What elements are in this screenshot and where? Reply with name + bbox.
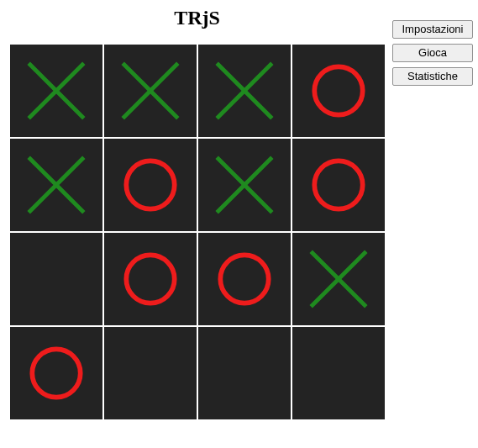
game-board xyxy=(10,45,385,419)
page-title: TRjS xyxy=(10,7,384,29)
svg-point-13 xyxy=(126,255,174,303)
x-mark-icon xyxy=(304,245,373,314)
board-cell[interactable] xyxy=(104,327,197,419)
x-mark-icon xyxy=(116,56,185,125)
x-mark-icon xyxy=(22,56,91,125)
board-cell[interactable] xyxy=(10,233,102,325)
board-cell[interactable] xyxy=(292,139,385,231)
svg-point-12 xyxy=(314,161,362,208)
x-mark-icon xyxy=(210,150,279,219)
sidebar: Impostazioni Gioca Statistiche xyxy=(392,20,473,86)
board-cell[interactable] xyxy=(10,139,102,231)
o-mark-icon xyxy=(304,56,373,125)
o-mark-icon xyxy=(304,150,373,219)
x-mark-icon xyxy=(210,56,279,125)
svg-point-9 xyxy=(126,161,174,208)
stats-button[interactable]: Statistiche xyxy=(392,67,473,86)
board-cell[interactable] xyxy=(198,45,291,137)
board-cell[interactable] xyxy=(104,233,197,325)
board-cell[interactable] xyxy=(104,139,197,231)
play-button[interactable]: Gioca xyxy=(392,44,473,62)
board-cell[interactable] xyxy=(10,45,102,137)
o-mark-icon xyxy=(116,245,185,314)
x-mark-icon xyxy=(22,150,91,219)
board-cell[interactable] xyxy=(198,327,291,419)
board-cell[interactable] xyxy=(198,139,291,231)
svg-point-6 xyxy=(314,66,362,114)
settings-button[interactable]: Impostazioni xyxy=(392,20,473,39)
board-cell[interactable] xyxy=(104,45,197,137)
board-cell[interactable] xyxy=(292,233,385,325)
svg-point-17 xyxy=(32,349,80,397)
board-cell[interactable] xyxy=(10,327,102,419)
board-cell[interactable] xyxy=(292,45,385,137)
board-cell[interactable] xyxy=(198,233,291,325)
o-mark-icon xyxy=(210,245,279,314)
svg-point-14 xyxy=(220,255,268,303)
o-mark-icon xyxy=(22,339,91,408)
board-cell[interactable] xyxy=(292,327,385,419)
o-mark-icon xyxy=(116,150,185,219)
